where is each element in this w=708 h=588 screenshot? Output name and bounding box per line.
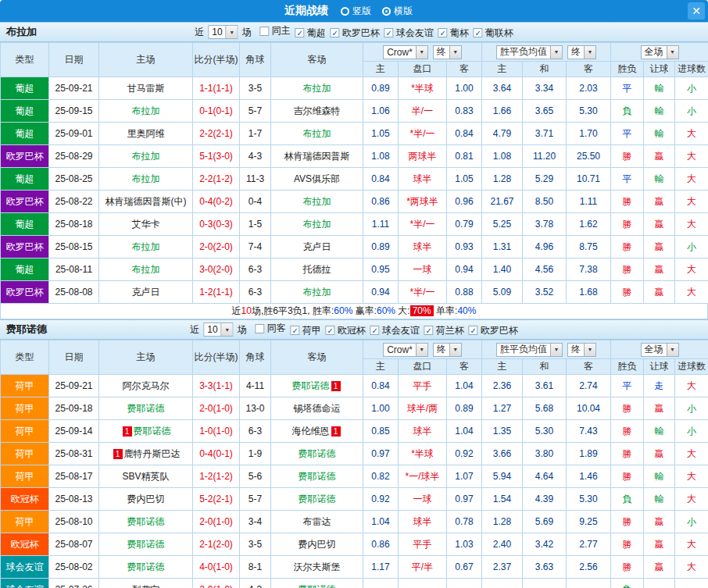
avg-final-select[interactable]: 终▼	[567, 343, 596, 357]
team-label: 林肯瑞德因普斯(中)	[105, 196, 187, 207]
odds-away-cell: 0.96	[447, 191, 482, 213]
filter-checkbox[interactable]: 同客	[256, 322, 286, 335]
win-odds-cell: 2.37	[482, 556, 523, 579]
team-label: 阿尔克马尔	[123, 380, 170, 391]
handicap-result-cell: 輸	[644, 123, 675, 145]
score-cell: 2-2(1-2)	[193, 168, 240, 191]
col-header-date: 日期	[49, 43, 99, 77]
goals-result-cell: 大	[675, 443, 708, 465]
score-cell: 4-0(1-0)	[193, 556, 240, 579]
scope-select[interactable]: 全场▼	[641, 45, 679, 59]
team-label: 布拉加	[132, 151, 160, 162]
sub-header-odds-away: 客	[447, 62, 482, 77]
sub-header-goals: 进球数	[675, 359, 708, 375]
match-count-select[interactable]: 10 ▼	[203, 323, 233, 337]
date-cell: 25-08-02	[49, 556, 99, 579]
handicap-result-cell: 贏	[644, 213, 675, 236]
score-cell: 1-1(1-1)	[193, 77, 240, 100]
handicap-result-cell: 贏	[644, 281, 675, 304]
corner-cell: 3-4	[240, 511, 271, 533]
date-cell: 25-08-22	[49, 191, 99, 213]
goals-result-cell: 小	[675, 236, 708, 258]
league-badge: 葡超	[1, 100, 49, 123]
lose-odds-cell: 1.70	[567, 123, 611, 145]
sub-header-lose: 客	[567, 359, 611, 375]
scope-group-header: 全场▼	[611, 340, 708, 359]
filter-checkbox[interactable]: ✓葡联杯	[474, 27, 513, 40]
filter-checkbox[interactable]: ✓欧罗巴杯	[469, 324, 518, 337]
date-cell: 25-09-21	[49, 77, 99, 100]
match-row: 葡超25-09-15布拉加0-1(0-1)5-7吉尔维森特1.06半/一0.83…	[1, 100, 708, 123]
away-team-cell: 费耶诺德	[271, 443, 363, 465]
team-label: 费耶诺德	[292, 380, 330, 391]
col-header-score: 比分(半场)	[193, 340, 240, 375]
odds-home-cell: 0.97	[363, 443, 399, 465]
handicap-cell	[399, 579, 447, 588]
team-label: 费内巴切	[299, 539, 336, 550]
goals-result-cell: 大	[675, 465, 708, 488]
scope-select[interactable]: 全场▼	[641, 343, 679, 357]
win-odds-cell: 5.94	[482, 465, 523, 488]
match-row: 欧冠杯25-08-07费耶诺德2-1(2-0)3-5费内巴切0.86平手1.03…	[1, 533, 708, 556]
match-row: 荷甲25-09-141费耶诺德1-0(1-0)6-3海伦维恩10.85球半1.0…	[1, 420, 708, 443]
near-label: 近	[190, 323, 199, 337]
avg-odds-select[interactable]: 胜平负均值▼	[496, 343, 563, 357]
league-badge: 欧罗巴杯	[1, 236, 49, 258]
home-team-cell: 甘马雷斯	[99, 77, 193, 100]
league-badge: 欧冠杯	[1, 533, 49, 556]
home-team-cell: 克卢日	[99, 281, 193, 304]
odds-source-select[interactable]: Crow*▼	[383, 45, 428, 59]
filter-checkbox[interactable]: 同主	[260, 24, 291, 37]
filter-checkbox[interactable]: ✓欧冠杯	[326, 324, 366, 337]
corner-cell: 1-9	[240, 443, 271, 465]
avg-final-select[interactable]: 终▼	[567, 45, 596, 59]
odds-home-cell: 0.84	[363, 168, 399, 191]
odds-source-select[interactable]: Crow*▼	[383, 343, 428, 357]
home-team-cell: SBV精英队	[99, 465, 193, 488]
win-odds-cell: 1.40	[482, 258, 523, 281]
checkbox-icon: ✓	[424, 326, 434, 335]
filter-bar: 近 10 ▼ 场 同客✓荷甲✓欧冠杯✓球会友谊✓荷兰杯✓欧罗巴杯	[190, 322, 517, 337]
summary-segment: 场,胜6平3负1, 胜率:	[252, 305, 334, 316]
goals-result-cell: 大	[675, 258, 708, 281]
filter-checkbox[interactable]: ✓葡杯	[438, 27, 469, 40]
checkbox-label: 欧罗巴杯	[481, 324, 518, 337]
radio-label: 竖版	[352, 5, 371, 18]
filter-checkbox[interactable]: ✓荷甲	[291, 324, 321, 337]
handicap-cell: 球半	[399, 511, 447, 533]
filter-checkboxes: 同主✓葡超✓欧罗巴杯✓球会友谊✓葡杯✓葡联杯	[256, 24, 513, 40]
avg-odds-select[interactable]: 胜平负均值▼	[496, 45, 563, 59]
corner-cell: 6-3	[240, 258, 271, 281]
filter-checkbox[interactable]: ✓荷兰杯	[424, 324, 464, 337]
odds-final-select[interactable]: 终▼	[433, 343, 462, 357]
filter-checkbox[interactable]: ✓球会友谊	[384, 27, 434, 40]
win-odds-cell: 2.36	[482, 375, 523, 397]
goals-result-cell: 大	[675, 488, 708, 511]
odds-home-cell: 0.94	[363, 281, 399, 304]
close-icon[interactable]: ✕	[688, 2, 705, 20]
filter-checkbox[interactable]: ✓球会友谊	[370, 324, 420, 337]
team-label: 费耶诺德	[299, 584, 336, 588]
match-row: 葡超25-09-01里奥阿维2-2(2-1)1-7布拉加1.05*半/一0.84…	[1, 123, 708, 145]
score-cell: 2-0(2-0)	[193, 236, 240, 258]
date-cell: 25-08-17	[49, 465, 99, 488]
win-odds-cell: 1.35	[482, 420, 523, 443]
layout-option-horizontal[interactable]: 横版	[382, 5, 413, 18]
filter-checkbox[interactable]: ✓葡超	[295, 27, 326, 40]
match-row: 欧罗巴杯25-08-29布拉加5-1(3-0)4-3林肯瑞德因普斯1.08两球半…	[1, 145, 708, 168]
match-row: 球会友谊25-07-26列弗宁2-0(1-0)4-3费耶诺德負	[1, 579, 708, 588]
match-count-select[interactable]: 10 ▼	[208, 25, 238, 39]
lose-odds-cell: 8.75	[567, 236, 611, 258]
games-label: 场	[238, 323, 247, 337]
corner-cell: 1-5	[240, 213, 271, 236]
handicap-cell: 球半/两	[399, 397, 447, 420]
layout-option-vertical[interactable]: 竖版	[341, 5, 371, 18]
checkbox-icon	[260, 27, 270, 36]
filter-checkbox[interactable]: ✓欧罗巴杯	[331, 27, 380, 40]
sub-header-result: 胜负	[611, 62, 644, 77]
handicap-cell: 一球	[399, 488, 447, 511]
draw-odds-cell: 3.34	[523, 77, 567, 100]
team-label: AVS俱乐部	[294, 173, 340, 184]
odds-final-select[interactable]: 终▼	[433, 45, 462, 59]
draw-odds-cell: 3.80	[523, 443, 567, 465]
